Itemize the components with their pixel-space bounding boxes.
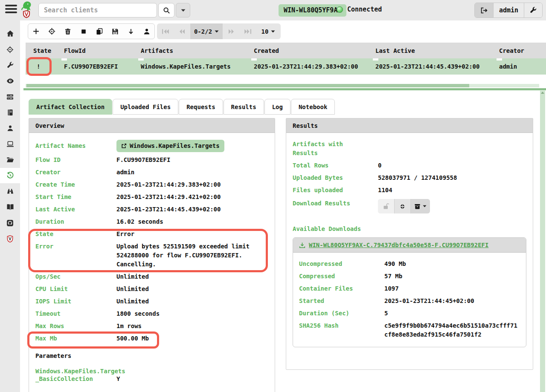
field-label: Error — [35, 242, 116, 269]
prev-page-button[interactable] — [174, 23, 190, 39]
artifact-badge-link[interactable]: Windows.KapeFiles.Targets — [116, 140, 224, 152]
tab-log[interactable]: Log — [264, 99, 290, 115]
col-flowid[interactable]: FlowId — [64, 47, 141, 54]
stop-button[interactable] — [76, 24, 91, 39]
field-label: IOPS Limit — [35, 297, 116, 306]
sidebar-item-client-events[interactable] — [0, 184, 20, 199]
field-value: 2025-01-23T21:44:45.439+02:00 — [116, 205, 268, 214]
search-options-button[interactable] — [176, 3, 190, 17]
tab-requests[interactable]: Requests — [179, 99, 223, 115]
overview-panel: Overview Artifact Names Windows.KapeFile… — [29, 118, 275, 392]
sidebar-item-github[interactable] — [0, 215, 20, 231]
sidebar-item-view-artifacts[interactable] — [0, 58, 20, 73]
topbar: WIN-WL80Q5YF9AX Connected admin — [0, 0, 546, 20]
overview-panel-title: Overview — [29, 118, 275, 133]
panel-splitter[interactable] — [23, 88, 546, 90]
hunt-button[interactable] — [44, 24, 60, 39]
page-size-label: 10 — [261, 28, 269, 35]
external-link-icon — [121, 143, 127, 149]
parameters-artifact-name: Windows.KapeFiles.Targets — [35, 368, 268, 375]
sidebar-item-notebooks[interactable] — [0, 105, 20, 120]
sidebar-item-hunts[interactable] — [0, 42, 20, 57]
assign-user-button[interactable] — [139, 24, 154, 39]
search-input[interactable] — [38, 3, 157, 17]
new-collection-button[interactable] — [28, 24, 44, 39]
col-creator[interactable]: Creator — [499, 47, 546, 54]
lock-download-button[interactable] — [378, 199, 394, 213]
history-icon — [6, 172, 14, 179]
page-range-label: 0-2/2 — [194, 28, 212, 35]
tab-notebook[interactable]: Notebook — [291, 99, 335, 115]
sidebar-item-interrogate[interactable] — [0, 136, 20, 152]
sidebar-item-velociraptor-shield[interactable] — [0, 231, 20, 246]
column-resize-handle[interactable] — [61, 58, 67, 61]
archive-download-menu-button[interactable] — [410, 199, 430, 213]
flow-table-row[interactable]: ! F.CU99O7EB92EFI Windows.KapeFiles.Targ… — [26, 58, 546, 75]
column-resize-handle[interactable] — [251, 58, 257, 61]
tab-artifact-collection[interactable]: Artifact Collection — [29, 99, 112, 115]
field-label: Uncompressed — [299, 259, 376, 268]
open-book-icon — [6, 203, 14, 211]
field-label: Container Files — [299, 284, 376, 293]
sidebar-item-dashboard[interactable] — [0, 73, 20, 89]
col-state[interactable]: State — [26, 47, 64, 54]
field-value: 500.00 Mb — [116, 334, 268, 343]
prepare-download-button[interactable] — [394, 199, 410, 213]
copy-button[interactable] — [91, 24, 107, 39]
download-file-link[interactable]: WIN-WL80Q5YF9AX-C.79437dbfc4a50e58-F.CU9… — [309, 242, 488, 248]
vertical-scrollbar[interactable] — [540, 91, 545, 392]
save-icon — [112, 28, 119, 35]
results-panel: Results Artifacts with Results Total Row… — [286, 118, 533, 370]
field-value: 2025-01-23T21:44:45+02:00 — [384, 297, 520, 306]
sidebar-item-collected-artifacts[interactable] — [0, 168, 20, 183]
field-value: Unlimited — [116, 272, 268, 281]
column-resize-handle[interactable] — [138, 58, 144, 61]
sidebar-item-vfs[interactable] — [0, 152, 20, 167]
flow-creator-cell: admin — [499, 63, 546, 70]
flow-id-cell: F.CU99O7EB92EFI — [64, 63, 141, 70]
save-button[interactable] — [107, 24, 123, 39]
download-row: Duration (Sec)5 — [299, 307, 520, 320]
last-page-button[interactable] — [239, 23, 256, 39]
settings-button[interactable] — [524, 3, 542, 17]
search-button[interactable] — [158, 3, 174, 17]
column-resize-handle[interactable] — [497, 58, 502, 61]
col-artifacts[interactable]: Artifacts — [141, 47, 254, 54]
user-button[interactable]: admin — [494, 3, 524, 17]
tab-results[interactable]: Results — [224, 99, 264, 115]
col-last-active[interactable]: Last Active — [375, 47, 499, 54]
col-created[interactable]: Created — [254, 47, 375, 54]
logout-button[interactable] — [475, 3, 494, 17]
stop-icon — [81, 29, 87, 35]
wrench-icon — [7, 62, 14, 69]
download-card: WIN-WL80Q5YF9AX-C.79437dbfc4a50e58-F.CU9… — [293, 237, 526, 347]
prev-page-icon — [178, 29, 186, 35]
eye-icon — [6, 77, 14, 85]
results-row: Total Rows0 — [293, 159, 526, 172]
hamburger-menu-icon[interactable] — [5, 5, 17, 16]
page-range-dropdown[interactable]: 0-2/2 — [190, 23, 223, 39]
sidebar-item-host-info[interactable] — [0, 121, 20, 136]
field-value: 1800 seconds — [116, 309, 268, 318]
page-size-dropdown[interactable]: 10 — [256, 23, 281, 39]
download-button[interactable] — [123, 24, 139, 39]
column-resize-handle[interactable] — [373, 58, 378, 61]
delete-button[interactable] — [60, 24, 76, 39]
sidebar-item-server-events[interactable] — [0, 89, 20, 104]
field-value: 5 — [384, 309, 520, 318]
field-label: Artifacts with Results — [293, 140, 369, 158]
trash-icon — [64, 28, 71, 35]
sidebar-item-home[interactable] — [0, 26, 20, 41]
results-row: Artifacts with Results — [293, 138, 526, 159]
next-page-button[interactable] — [223, 23, 239, 39]
horizontal-scrollbar[interactable] — [26, 84, 539, 87]
first-page-button[interactable] — [157, 23, 174, 39]
horizontal-scrollbar-thumb[interactable] — [26, 84, 469, 87]
next-page-icon — [227, 29, 235, 35]
crosshair-icon — [48, 28, 55, 35]
field-label: Create Time — [35, 180, 116, 189]
field-value: 1m rows — [116, 322, 268, 331]
field-value: 0 — [378, 161, 526, 170]
sidebar-item-docs[interactable] — [0, 199, 20, 215]
tab-uploaded-files[interactable]: Uploaded Files — [113, 99, 178, 115]
